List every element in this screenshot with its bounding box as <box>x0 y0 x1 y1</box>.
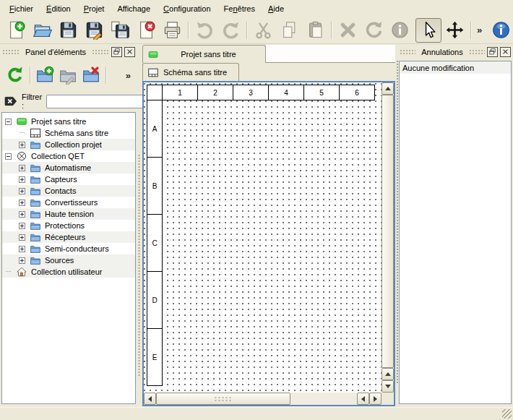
tree-indent <box>5 145 19 145</box>
expander-plus-icon[interactable] <box>19 200 25 206</box>
left-splitter[interactable] <box>137 46 142 405</box>
float-panel-button[interactable] <box>487 47 498 57</box>
tree-item-collection-qet[interactable]: Collection QET <box>2 150 135 162</box>
tree-item-label: Collection QET <box>31 152 87 160</box>
toolbar-separator <box>246 22 247 39</box>
tree-item-collection-utilisateur[interactable]: Collection utilisateur <box>2 266 135 278</box>
about-info-button[interactable] <box>488 18 513 43</box>
new-category-icon <box>35 66 54 85</box>
tab-diagram[interactable]: Schéma sans titre <box>142 63 239 81</box>
expander-plus-icon[interactable] <box>19 142 25 148</box>
new-document-button[interactable] <box>3 18 29 43</box>
save-button[interactable] <box>55 18 81 43</box>
folder-icon <box>30 139 41 150</box>
save-as-button[interactable] <box>81 18 107 43</box>
select-pointer-button[interactable] <box>415 18 441 43</box>
diagram-column-headers: 123456 <box>147 85 375 100</box>
vertical-scroll-thumb[interactable] <box>381 95 394 368</box>
undo-panel-title: Annulations <box>418 48 467 56</box>
rotate-button <box>361 18 387 43</box>
scroll-right-button[interactable] <box>369 393 381 405</box>
tree-item-sources[interactable]: Sources <box>2 254 135 266</box>
elements-panel-titlebar: Panel d'éléments <box>1 46 136 58</box>
expander-plus-icon[interactable] <box>19 188 25 194</box>
collections-toolbar: » <box>1 61 136 90</box>
close-document-button[interactable] <box>133 18 159 43</box>
delete-button <box>335 18 361 43</box>
expander-plus-icon[interactable] <box>19 223 25 229</box>
diagram-viewport: 123456 ABCDE <box>142 81 395 406</box>
menu-configuration[interactable]: Configuration <box>157 2 217 15</box>
copy-icon <box>280 20 299 40</box>
tree-item-automatisme[interactable]: Automatisme <box>2 162 135 173</box>
clear-filter-icon[interactable] <box>4 95 17 108</box>
tree-item-collection-projet[interactable]: Collection projet <box>2 139 135 150</box>
menu-edition[interactable]: Édition <box>40 2 77 15</box>
tree-item-recepteurs[interactable]: Récepteurs <box>2 231 135 243</box>
tree-indent <box>5 214 19 215</box>
tab-project[interactable]: Projet sans titre <box>142 45 266 63</box>
tree-item-protections[interactable]: Protections <box>2 220 135 231</box>
tree-item-semi-conducteurs[interactable]: Semi-conducteurs <box>2 243 135 254</box>
tree-item-projet-sans-titre[interactable]: Projet sans titre <box>2 116 135 127</box>
scroll-down-button[interactable] <box>381 380 394 393</box>
save-all-button[interactable] <box>107 18 133 43</box>
tree-item-convertisseurs[interactable]: Convertisseurs <box>2 197 135 208</box>
scrollbar-corner <box>381 393 394 405</box>
toolbar-extension-button[interactable]: » <box>474 25 485 35</box>
tree-item-label: Haute tension <box>45 210 97 218</box>
tree-item-schema-sans-titre[interactable]: Schéma sans titre <box>2 127 135 139</box>
folder-icon <box>30 243 41 254</box>
delete-category-button[interactable] <box>79 63 103 87</box>
row-header-E: E <box>147 328 163 386</box>
arrow-right-icon <box>374 396 377 402</box>
scroll-up-button-2[interactable] <box>381 368 394 380</box>
tree-item-contacts[interactable]: Contacts <box>2 185 135 197</box>
tree-item-capteurs[interactable]: Capteurs <box>2 173 135 185</box>
toolbar-extension-button[interactable]: » <box>123 70 134 81</box>
menu-projet[interactable]: Projet <box>77 2 111 15</box>
menu-fichier[interactable]: Fichier <box>3 2 40 15</box>
diagram-icon <box>30 127 41 139</box>
expander-plus-icon[interactable] <box>19 257 25 264</box>
paste-icon <box>306 20 325 40</box>
undo-panel-titlebar: Annulations <box>399 46 512 58</box>
elements-panel: Panel d'éléments » Filtrer : Projet sans… <box>1 46 136 405</box>
collections-tree: Projet sans titreSchéma sans titreCollec… <box>1 112 136 404</box>
menu-affichage[interactable]: Affichage <box>111 2 157 15</box>
expander-plus-icon[interactable] <box>19 211 25 218</box>
element-info-button <box>387 18 413 43</box>
tree-item-label: Capteurs <box>45 175 80 184</box>
arrow-left-icon <box>148 396 152 402</box>
scroll-left-button[interactable] <box>144 393 156 405</box>
expander-minus-icon[interactable] <box>5 119 12 125</box>
print-button[interactable] <box>159 18 185 43</box>
diagram-canvas[interactable]: 123456 ABCDE <box>144 82 381 393</box>
tree-item-haute-tension[interactable]: Haute tension <box>2 208 135 220</box>
folder-icon <box>30 173 41 185</box>
expander-plus-icon[interactable] <box>19 165 25 171</box>
dock-handle-texture <box>469 49 485 54</box>
filter-row: Filtrer : <box>4 93 132 110</box>
horizontal-scroll-thumb[interactable] <box>156 393 290 405</box>
tree-indent <box>5 249 19 249</box>
scroll-left-button-2[interactable] <box>357 393 369 405</box>
tree-item-label: Automatisme <box>45 163 94 172</box>
expander-plus-icon[interactable] <box>19 176 25 183</box>
expander-minus-icon[interactable] <box>5 153 12 160</box>
float-panel-button[interactable] <box>111 47 122 57</box>
close-panel-button[interactable] <box>124 47 135 57</box>
new-category-button[interactable] <box>33 63 56 87</box>
menu-aide[interactable]: Aide <box>262 2 290 15</box>
move-button[interactable] <box>441 18 467 43</box>
close-panel-button[interactable] <box>500 47 511 57</box>
expander-plus-icon[interactable] <box>19 234 25 241</box>
menu-fenetres[interactable]: Fenêtres <box>217 2 262 15</box>
scroll-up-button[interactable] <box>381 82 394 95</box>
undo-history-item[interactable]: Aucune modification <box>400 61 511 74</box>
reload-collections-button[interactable] <box>4 63 27 87</box>
open-document-button[interactable] <box>29 18 55 43</box>
resize-grip[interactable] <box>502 409 512 419</box>
expander-plus-icon[interactable] <box>19 246 25 252</box>
edit-category-button <box>56 63 79 87</box>
